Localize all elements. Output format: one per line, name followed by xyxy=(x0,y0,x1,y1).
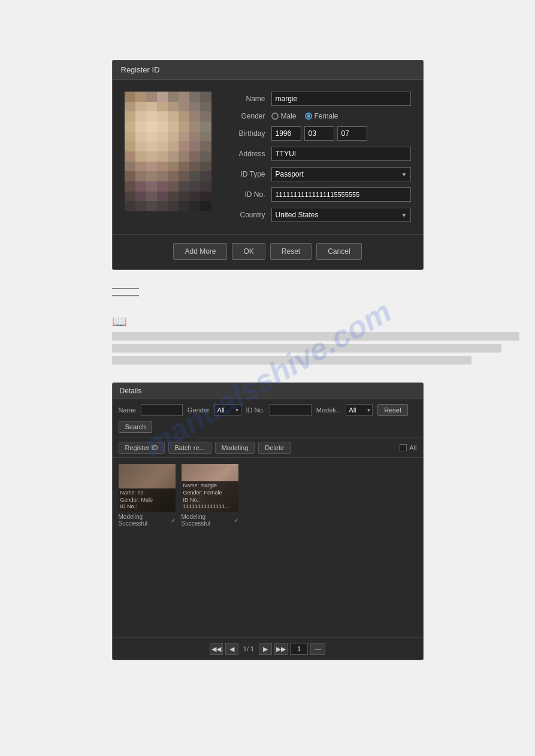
gender-label: Gender xyxy=(223,112,265,120)
divider-2 xyxy=(112,295,139,296)
toolbar-idno-label: ID No. xyxy=(246,406,265,414)
details-actions: Register ID Batch re... Modeling Delete … xyxy=(113,438,423,458)
person-card-2-idno: ID No.: 11111111111111... xyxy=(183,497,237,511)
prev-page-button[interactable]: ◀ xyxy=(225,643,238,655)
toolbar-modeling-select-wrapper: All Yes No ▼ xyxy=(346,404,373,416)
birthday-inputs xyxy=(271,126,367,141)
radio-dot xyxy=(307,114,310,118)
photo-placeholder xyxy=(125,92,211,211)
next-page-button[interactable]: ▶ xyxy=(259,643,272,655)
country-label: Country xyxy=(223,211,265,219)
toolbar-gender-label: Gender xyxy=(188,406,210,414)
form-area: Name Gender Male xyxy=(223,92,411,222)
person-card-1-check-icon: ✓ xyxy=(171,517,176,524)
details-title: Details xyxy=(113,383,423,399)
first-page-button[interactable]: ◀◀ xyxy=(210,643,223,655)
all-checkbox[interactable]: All xyxy=(400,444,416,451)
dialog-body: Name Gender Male xyxy=(113,80,423,234)
toolbar-name-label: Name xyxy=(119,406,136,414)
divider-section xyxy=(112,288,424,296)
id-type-row: ID Type Passport ID Card Driver License … xyxy=(223,167,411,181)
pagination: ◀◀ ◀ 1/ 1 ▶ ▶▶ — xyxy=(113,637,423,660)
cards-grid: Name: no. Gender: Male ID No.: Modeling … xyxy=(113,458,423,637)
register-id-action-button[interactable]: Register ID xyxy=(119,442,165,454)
birthday-day-input[interactable] xyxy=(337,126,367,141)
details-panel: Details Name Gender All Male Female ▼ ID… xyxy=(112,382,424,660)
register-dialog: Register ID xyxy=(112,60,424,270)
person-card-1[interactable]: Name: no. Gender: Male ID No.: Modeling … xyxy=(119,464,176,631)
id-no-input[interactable] xyxy=(271,187,411,202)
gender-row: Gender Male Female xyxy=(223,112,411,120)
person-card-2-check-icon: ✓ xyxy=(234,517,238,524)
note-line-1 xyxy=(112,332,519,341)
page-jump-button[interactable]: — xyxy=(310,643,325,655)
person-card-1-info: Name: no. Gender: Male ID No.: xyxy=(119,488,176,512)
female-radio-circle xyxy=(305,113,312,120)
batch-re-action-button[interactable]: Batch re... xyxy=(168,442,211,454)
id-type-label: ID Type xyxy=(223,170,265,178)
toolbar-modeling-select[interactable]: All Yes No xyxy=(346,404,373,416)
name-label: Name xyxy=(223,95,265,103)
reset-button[interactable]: Reset xyxy=(270,243,312,260)
dialog-footer: Add More OK Reset Cancel xyxy=(113,234,423,269)
birthday-row: Birthday xyxy=(223,126,411,141)
photo-area[interactable] xyxy=(125,92,211,211)
note-line-3 xyxy=(112,356,471,365)
toolbar-reset-button[interactable]: Reset xyxy=(377,404,408,416)
id-no-row: ID No. xyxy=(223,187,411,202)
person-card-1-gender: Gender: Male xyxy=(120,497,174,504)
person-card-1-image: Name: no. Gender: Male ID No.: xyxy=(119,464,176,512)
id-type-select[interactable]: Passport ID Card Driver License xyxy=(271,167,411,181)
last-page-button[interactable]: ▶▶ xyxy=(274,643,288,655)
gender-male-radio[interactable]: Male xyxy=(271,112,297,120)
ok-button[interactable]: OK xyxy=(232,243,265,260)
person-card-2[interactable]: Name: margie Gender: Female ID No.: 1111… xyxy=(182,464,238,631)
page-info-text: 1/ 1 xyxy=(241,645,256,652)
country-row: Country United States China UK Germany F… xyxy=(223,208,411,222)
address-row: Address xyxy=(223,147,411,161)
name-row: Name xyxy=(223,92,411,106)
person-card-1-idno: ID No.: xyxy=(120,503,174,511)
person-card-2-name: Name: margie xyxy=(183,482,237,490)
all-checkbox-label: All xyxy=(409,444,416,451)
toolbar-gender-select[interactable]: All Male Female xyxy=(214,404,241,416)
toolbar-name-input[interactable] xyxy=(141,404,183,416)
birthday-month-input[interactable] xyxy=(304,126,334,141)
address-label: Address xyxy=(223,150,265,158)
gender-female-radio[interactable]: Female xyxy=(305,112,338,120)
name-input[interactable] xyxy=(271,92,411,106)
person-card-2-status: Modeling Successful ✓ xyxy=(182,514,238,527)
female-label: Female xyxy=(315,112,338,120)
note-section: 📖 xyxy=(112,314,424,365)
divider-1 xyxy=(112,288,139,289)
toolbar-idno-input[interactable] xyxy=(270,404,312,416)
modeling-action-button[interactable]: Modeling xyxy=(215,442,255,454)
gender-radio-group: Male Female xyxy=(271,112,338,120)
country-select-wrapper: United States China UK Germany France ▼ xyxy=(271,208,411,222)
toolbar-modeling-label: Modeli... xyxy=(316,406,341,414)
details-toolbar: Name Gender All Male Female ▼ ID No. Mod… xyxy=(113,399,423,438)
country-select[interactable]: United States China UK Germany France xyxy=(271,208,411,222)
page-wrapper: Register ID xyxy=(0,0,535,684)
person-card-2-gender: Gender: Female xyxy=(183,490,237,497)
toolbar-gender-select-wrapper: All Male Female ▼ xyxy=(214,404,241,416)
person-card-1-status: Modeling Successful ✓ xyxy=(119,514,176,527)
birthday-year-input[interactable] xyxy=(271,126,301,141)
person-card-2-info: Name: margie Gender: Female ID No.: 1111… xyxy=(182,481,238,512)
delete-action-button[interactable]: Delete xyxy=(258,442,291,454)
page-jump-input[interactable] xyxy=(290,643,308,655)
toolbar-search-button[interactable]: Search xyxy=(119,421,153,433)
birthday-label: Birthday xyxy=(223,129,265,138)
all-checkbox-box xyxy=(400,444,407,451)
book-icon: 📖 xyxy=(112,314,424,329)
add-more-button[interactable]: Add More xyxy=(173,243,227,260)
person-card-2-image: Name: margie Gender: Female ID No.: 1111… xyxy=(182,464,238,512)
person-card-2-status-text: Modeling Successful xyxy=(182,514,232,527)
cancel-button[interactable]: Cancel xyxy=(316,243,361,260)
male-radio-circle xyxy=(271,113,279,120)
register-dialog-title: Register ID xyxy=(113,60,423,80)
address-input[interactable] xyxy=(271,147,411,161)
note-line-2 xyxy=(112,344,501,353)
id-type-select-wrapper: Passport ID Card Driver License ▼ xyxy=(271,167,411,181)
id-no-label: ID No. xyxy=(223,190,265,199)
